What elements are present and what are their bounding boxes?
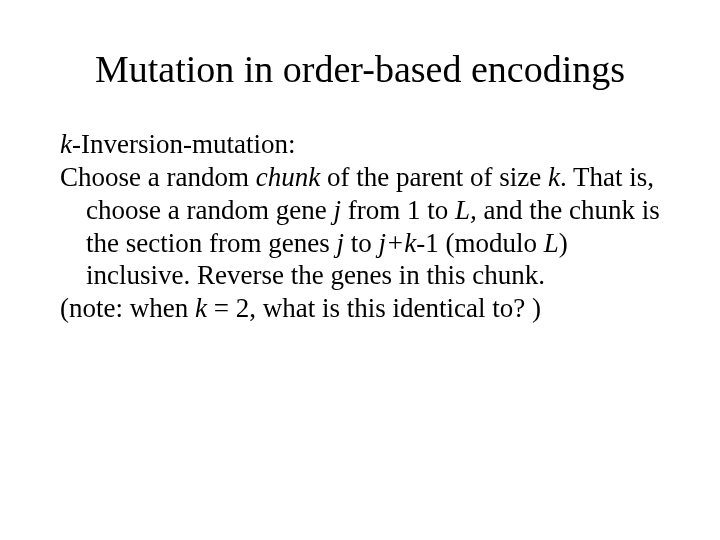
- var-k: k: [60, 129, 72, 159]
- slide-title: Mutation in order-based encodings: [60, 48, 660, 92]
- var-k: k: [195, 293, 207, 323]
- def-text: Choose a random: [60, 162, 256, 192]
- subheading-line: k-Inversion-mutation:: [60, 128, 660, 161]
- definition-paragraph: Choose a random chunk of the parent of s…: [60, 161, 660, 293]
- subheading-rest: -Inversion-mutation:: [72, 129, 295, 159]
- var-L: L: [544, 228, 559, 258]
- note-text: (note: when: [60, 293, 195, 323]
- def-text: from 1 to: [341, 195, 455, 225]
- note-line: (note: when k = 2, what is this identica…: [60, 292, 660, 325]
- slide-body: k-Inversion-mutation: Choose a random ch…: [60, 128, 660, 326]
- var-j: j: [333, 195, 341, 225]
- def-text: -1 (modulo: [416, 228, 544, 258]
- var-jk: j+k: [378, 228, 416, 258]
- def-text: of the parent of size: [320, 162, 548, 192]
- word-chunk: chunk: [256, 162, 320, 192]
- var-k: k: [548, 162, 560, 192]
- note-text: = 2, what is this identical to? ): [207, 293, 541, 323]
- def-text: to: [344, 228, 379, 258]
- var-j: j: [336, 228, 344, 258]
- slide: Mutation in order-based encodings k-Inve…: [0, 0, 720, 540]
- var-L: L,: [455, 195, 477, 225]
